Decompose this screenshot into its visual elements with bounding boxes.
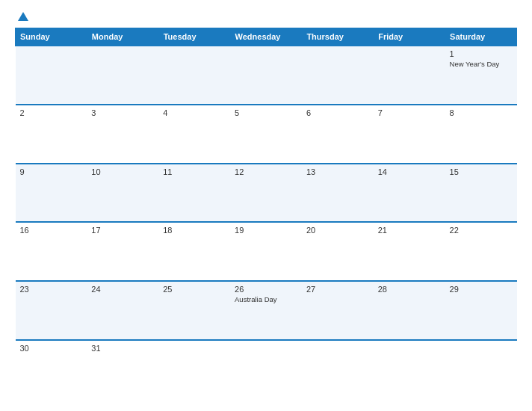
day-cell: 2 (16, 105, 87, 164)
week-row-1: 2345678 (16, 105, 517, 164)
day-cell (230, 340, 302, 399)
day-cell (445, 340, 517, 399)
day-number: 29 (450, 285, 513, 294)
logo (15, 12, 28, 22)
day-cell: 7 (374, 105, 445, 164)
day-cell: 3 (87, 105, 158, 164)
day-cell: 27 (302, 281, 374, 340)
day-cell: 15 (445, 164, 517, 223)
day-header-saturday: Saturday (445, 28, 517, 46)
day-cell: 22 (445, 222, 517, 281)
day-number: 23 (20, 285, 83, 294)
day-number: 1 (450, 49, 513, 58)
week-row-0: 1New Year's Day (16, 46, 517, 105)
day-cell: 26Australia Day (230, 281, 302, 340)
day-cell: 21 (374, 222, 445, 281)
day-number: 31 (91, 344, 154, 353)
day-number: 24 (91, 285, 154, 294)
day-cell (302, 340, 374, 399)
day-header-friday: Friday (374, 28, 445, 46)
logo-triangle-icon (18, 12, 28, 21)
day-number: 30 (20, 344, 83, 353)
day-number: 17 (91, 226, 154, 235)
day-cell: 18 (158, 222, 230, 281)
day-cell: 1New Year's Day (445, 46, 517, 105)
day-cell: 6 (302, 105, 374, 164)
calendar-header (15, 12, 517, 22)
day-cell: 4 (158, 105, 230, 164)
day-number: 20 (306, 226, 369, 235)
day-number: 11 (163, 167, 226, 176)
day-number: 6 (306, 108, 369, 117)
day-cell (302, 46, 374, 105)
day-number: 27 (306, 285, 369, 294)
day-cell: 5 (230, 105, 302, 164)
calendar-page: SundayMondayTuesdayWednesdayThursdayFrid… (0, 0, 532, 411)
day-cell: 9 (16, 164, 87, 223)
day-cell (158, 46, 230, 105)
calendar-header-row: SundayMondayTuesdayWednesdayThursdayFrid… (16, 28, 517, 46)
day-number: 26 (235, 285, 297, 294)
day-cell: 30 (16, 340, 87, 399)
day-cell (87, 46, 158, 105)
day-number: 10 (91, 167, 154, 176)
day-cell (16, 46, 87, 105)
day-header-monday: Monday (87, 28, 158, 46)
logo-blue-row (15, 12, 28, 22)
day-cell: 11 (158, 164, 230, 223)
day-number: 16 (20, 226, 83, 235)
day-cell: 8 (445, 105, 517, 164)
day-cell: 10 (87, 164, 158, 223)
day-number: 18 (163, 226, 226, 235)
week-row-2: 9101112131415 (16, 164, 517, 223)
week-row-3: 16171819202122 (16, 222, 517, 281)
day-header-tuesday: Tuesday (158, 28, 230, 46)
day-cell (374, 46, 445, 105)
day-number: 21 (378, 226, 441, 235)
calendar-table: SundayMondayTuesdayWednesdayThursdayFrid… (15, 28, 517, 399)
day-cell (230, 46, 302, 105)
day-cell: 29 (445, 281, 517, 340)
day-number: 8 (450, 108, 513, 117)
day-number: 25 (163, 285, 226, 294)
day-number: 2 (20, 108, 83, 117)
day-header-sunday: Sunday (16, 28, 87, 46)
day-number: 3 (91, 108, 154, 117)
day-number: 15 (450, 167, 513, 176)
holiday-name: New Year's Day (450, 60, 513, 68)
day-number: 4 (163, 108, 226, 117)
week-row-5: 3031 (16, 340, 517, 399)
week-row-4: 23242526Australia Day272829 (16, 281, 517, 340)
day-cell (158, 340, 230, 399)
day-number: 22 (450, 226, 513, 235)
day-number: 14 (378, 167, 441, 176)
day-number: 9 (20, 167, 83, 176)
day-cell: 12 (230, 164, 302, 223)
day-cell: 16 (16, 222, 87, 281)
day-header-thursday: Thursday (302, 28, 374, 46)
day-cell (374, 340, 445, 399)
day-cell: 14 (374, 164, 445, 223)
day-number: 5 (235, 108, 297, 117)
holiday-name: Australia Day (235, 295, 297, 303)
day-number: 19 (235, 226, 297, 235)
day-header-wednesday: Wednesday (230, 28, 302, 46)
day-cell: 25 (158, 281, 230, 340)
day-cell: 19 (230, 222, 302, 281)
day-number: 7 (378, 108, 441, 117)
day-cell: 23 (16, 281, 87, 340)
day-cell: 13 (302, 164, 374, 223)
day-cell: 31 (87, 340, 158, 399)
day-cell: 20 (302, 222, 374, 281)
day-number: 28 (378, 285, 441, 294)
day-number: 13 (306, 167, 369, 176)
day-cell: 17 (87, 222, 158, 281)
day-cell: 28 (374, 281, 445, 340)
day-cell: 24 (87, 281, 158, 340)
day-number: 12 (235, 167, 297, 176)
